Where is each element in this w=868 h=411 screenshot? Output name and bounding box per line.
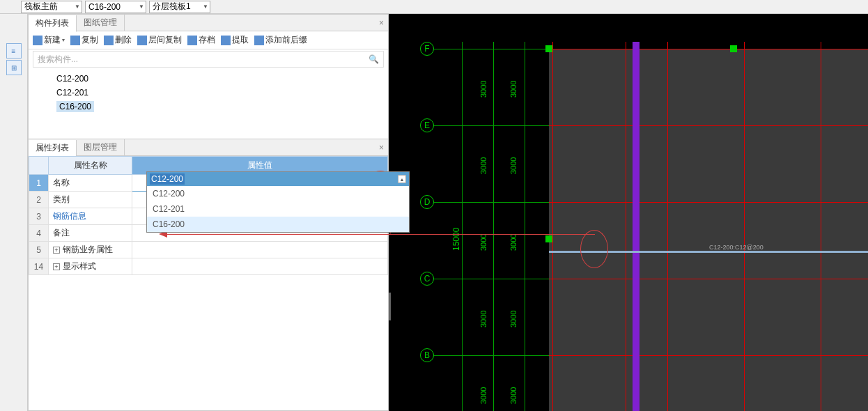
prop-name: +钢筋业务属性 <box>49 242 132 258</box>
prop-value-cell[interactable] <box>132 258 388 275</box>
search-input[interactable]: 搜索构件... 🔍 <box>33 51 384 68</box>
row-num[interactable]: 1 <box>29 175 49 192</box>
tab-property-list[interactable]: 属性列表 <box>29 140 77 157</box>
prop-name: 备注 <box>49 225 132 242</box>
archive-icon <box>187 36 197 45</box>
row-num[interactable]: 3 <box>29 208 49 225</box>
drawing-canvas[interactable]: F E D C B 3000 3000 3000 3000 3000 3000 … <box>389 14 868 411</box>
prop-value-cell[interactable] <box>132 242 388 258</box>
grid-bubble: C <box>420 272 434 286</box>
handle-icon[interactable] <box>545 235 552 242</box>
close-icon[interactable]: × <box>379 18 384 28</box>
prop-name: +显示样式 <box>49 258 132 275</box>
dropdown-option[interactable]: C12-201 <box>147 201 409 217</box>
close-icon[interactable]: × <box>379 143 384 153</box>
prop-name: 钢筋信息 <box>49 208 132 225</box>
list-item[interactable]: C12-200 <box>56 72 388 86</box>
dimension-label-total: 15000 <box>451 228 461 251</box>
delete-button[interactable]: 删除 <box>104 34 132 46</box>
dimension-label: 3000 <box>479 311 488 327</box>
dimension-label: 3000 <box>509 387 518 404</box>
search-icon: 🔍 <box>369 54 379 64</box>
tab-drawing-manage[interactable]: 图纸管理 <box>77 15 125 31</box>
chevron-up-icon[interactable]: ▴ <box>398 175 406 183</box>
tool-icon-2[interactable]: ⊞ <box>6 60 22 75</box>
chevron-down-icon: ▼ <box>75 3 80 10</box>
dimension-label: 3000 <box>479 387 488 404</box>
prefix-icon <box>254 36 264 45</box>
dimension-label: 3000 <box>509 311 518 327</box>
dimension-label: 3000 <box>479 234 488 251</box>
value-dropdown: C12-200 ▴ C12-200 C12-201 C16-200 <box>146 171 410 233</box>
archive-button[interactable]: 存档 <box>187 34 215 46</box>
extract-icon <box>221 36 231 45</box>
extract-button[interactable]: 提取 <box>221 34 249 46</box>
prop-name: 名称 <box>49 175 132 192</box>
expand-icon[interactable]: + <box>53 263 60 270</box>
delete-icon <box>104 36 114 45</box>
dimension-label: 3000 <box>509 157 518 174</box>
floorcopy-icon <box>137 36 147 45</box>
scroll-handle[interactable] <box>389 293 391 320</box>
dropdown-option[interactable]: C16-200 <box>147 217 409 232</box>
row-num[interactable]: 4 <box>29 225 49 242</box>
grid-bubble: D <box>420 195 434 209</box>
col-header-name: 属性名称 <box>49 157 132 175</box>
tool-icon-1[interactable]: ≡ <box>6 43 22 59</box>
floorcopy-button[interactable]: 层间复制 <box>137 34 182 46</box>
value-input[interactable]: C12-200 <box>147 172 409 186</box>
rebar-label: C12-200:C12@200 <box>709 244 764 251</box>
dropdown-layer[interactable]: 分层筏板1▼ <box>149 1 210 13</box>
new-icon <box>33 36 42 45</box>
chevron-down-icon: ▼ <box>139 3 144 10</box>
tab-layer-manage[interactable]: 图层管理 <box>77 139 125 156</box>
new-button[interactable]: 新建▾ <box>33 34 65 46</box>
copy-button[interactable]: 复制 <box>70 34 98 46</box>
prefix-button[interactable]: 添加前后缀 <box>254 34 307 46</box>
handle-icon[interactable] <box>545 45 552 52</box>
dimension-label: 3000 <box>479 157 488 174</box>
annotation-ellipse <box>580 230 608 268</box>
grid-bubble: E <box>420 118 434 132</box>
dimension-label: 3000 <box>509 81 518 98</box>
tab-component-list[interactable]: 构件列表 <box>29 15 77 32</box>
chevron-down-icon: ▼ <box>203 3 208 10</box>
left-tool-strip: ≡ ⊞ <box>0 14 28 411</box>
dropdown-rebar-type[interactable]: 筏板主筋▼ <box>21 1 82 13</box>
grid-bubble: F <box>420 42 434 56</box>
purple-element <box>633 42 640 411</box>
row-num[interactable]: 14 <box>29 258 49 275</box>
dropdown-option[interactable]: C12-200 <box>147 186 409 201</box>
copy-icon <box>70 36 80 45</box>
grid-bubble: B <box>420 348 434 362</box>
annotation-arrow <box>167 234 595 235</box>
handle-icon[interactable] <box>730 45 737 52</box>
list-item-selected[interactable]: C16-200 <box>56 100 388 114</box>
prop-name: 类别 <box>49 192 132 208</box>
list-item[interactable]: C12-201 <box>56 86 388 100</box>
row-num[interactable]: 2 <box>29 192 49 208</box>
dropdown-rebar-spec[interactable]: C16-200▼ <box>85 1 146 13</box>
dimension-label: 3000 <box>509 234 518 251</box>
row-num[interactable]: 5 <box>29 242 49 258</box>
dimension-label: 3000 <box>479 81 488 98</box>
component-list: C12-200 C12-201 C16-200 <box>29 69 388 130</box>
expand-icon[interactable]: + <box>53 247 60 254</box>
